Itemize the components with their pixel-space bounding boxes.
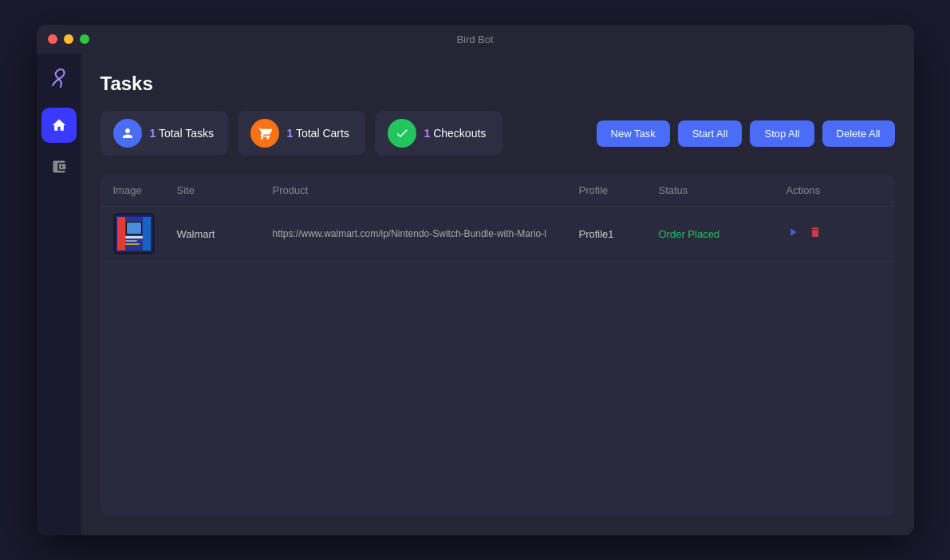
svg-rect-7 bbox=[125, 240, 137, 242]
stop-all-button[interactable]: Stop All bbox=[750, 120, 814, 147]
app-body: Tasks 1 Total Tasks bbox=[37, 53, 914, 535]
carts-count: 1 bbox=[287, 127, 294, 140]
checkouts-badge: 1 Checkouts bbox=[375, 111, 503, 156]
cell-site: Walmart bbox=[177, 228, 273, 240]
checkouts-label: Checkouts bbox=[433, 127, 486, 140]
tasks-label: Total Tasks bbox=[159, 127, 214, 140]
main-content: Tasks 1 Total Tasks bbox=[81, 53, 914, 535]
close-button[interactable] bbox=[48, 34, 57, 44]
tasks-icon bbox=[113, 119, 142, 148]
stats-row: 1 Total Tasks 1 Total Carts bbox=[101, 111, 895, 156]
svg-rect-2 bbox=[117, 217, 125, 250]
app-window: Bird Bot bbox=[37, 25, 914, 535]
total-carts-text: 1 Total Carts bbox=[287, 127, 349, 140]
col-product: Product bbox=[273, 184, 579, 196]
total-tasks-text: 1 Total Tasks bbox=[150, 127, 214, 140]
sidebar bbox=[37, 53, 81, 535]
action-buttons: New Task Start All Stop All Delete All bbox=[597, 120, 895, 147]
svg-rect-5 bbox=[127, 223, 141, 234]
svg-rect-8 bbox=[125, 243, 140, 245]
table-row: Walmart https://www.walmart.com/ip/Ninte… bbox=[101, 207, 895, 262]
col-image: Image bbox=[113, 184, 177, 196]
product-image bbox=[113, 213, 155, 254]
window-title: Bird Bot bbox=[456, 34, 493, 45]
total-tasks-badge: 1 Total Tasks bbox=[101, 111, 228, 156]
delete-all-button[interactable]: Delete All bbox=[822, 120, 895, 147]
minimize-button[interactable] bbox=[64, 34, 73, 44]
col-status: Status bbox=[659, 184, 786, 196]
traffic-lights bbox=[48, 34, 89, 44]
delete-button[interactable] bbox=[809, 226, 822, 242]
sidebar-item-home[interactable] bbox=[41, 108, 77, 143]
action-icons bbox=[786, 226, 882, 242]
start-all-button[interactable]: Start All bbox=[678, 120, 743, 147]
carts-icon bbox=[250, 119, 279, 148]
maximize-button[interactable] bbox=[80, 34, 89, 44]
page-title: Tasks bbox=[101, 73, 895, 95]
svg-rect-6 bbox=[125, 236, 143, 239]
checkouts-text: 1 Checkouts bbox=[424, 127, 487, 140]
tasks-count: 1 bbox=[150, 127, 156, 140]
col-actions: Actions bbox=[786, 184, 882, 196]
cell-actions bbox=[786, 226, 882, 242]
sidebar-item-wallet[interactable] bbox=[41, 149, 77, 184]
col-site: Site bbox=[177, 184, 273, 196]
carts-label: Total Carts bbox=[296, 127, 349, 140]
app-logo bbox=[43, 63, 75, 95]
total-carts-badge: 1 Total Carts bbox=[238, 111, 365, 156]
svg-rect-3 bbox=[143, 217, 151, 250]
checkouts-icon bbox=[388, 119, 416, 148]
titlebar: Bird Bot bbox=[37, 25, 914, 53]
new-task-button[interactable]: New Task bbox=[597, 120, 670, 147]
cell-image bbox=[113, 213, 177, 254]
table-header: Image Site Product Profile Status Action… bbox=[101, 175, 895, 207]
checkouts-count: 1 bbox=[424, 127, 431, 140]
cell-status: Order Placed bbox=[659, 228, 786, 240]
col-profile: Profile bbox=[579, 184, 659, 196]
cell-product: https://www.walmart.com/ip/Nintendo-Swit… bbox=[273, 228, 579, 239]
cell-profile: Profile1 bbox=[579, 228, 659, 240]
play-button[interactable] bbox=[786, 226, 799, 242]
tasks-table: Image Site Product Profile Status Action… bbox=[101, 175, 895, 516]
